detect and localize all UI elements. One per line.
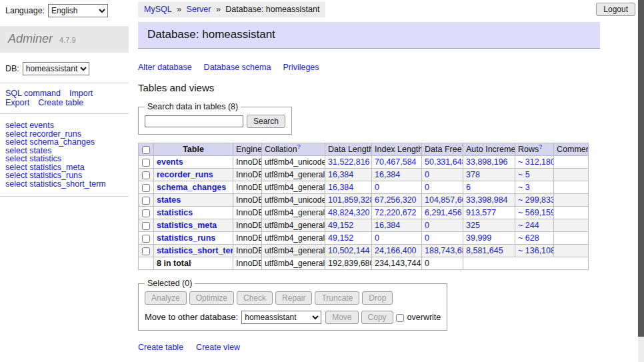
rows-count-cell[interactable]: ~ 312,180 [515, 156, 554, 169]
rows-count-cell[interactable]: ~ 3 [515, 181, 554, 194]
sidebar-select-events[interactable]: select events [5, 121, 123, 130]
check-button[interactable]: Check [237, 291, 273, 305]
rows-count-cell[interactable]: ~ 628 [515, 232, 554, 245]
column-help-link[interactable]: ? [297, 143, 301, 150]
data-length-cell[interactable]: 16,384 [325, 169, 372, 181]
data-free-cell[interactable]: 0 [422, 169, 463, 181]
row-checkbox[interactable] [142, 197, 150, 205]
sidebar-select-statistics_runs[interactable]: select statistics_runs [5, 171, 123, 180]
data-length-cell[interactable]: 16,384 [325, 181, 372, 194]
column-header-label: Data Length [328, 145, 372, 154]
data-length-cell[interactable]: 10,502,144 [325, 245, 372, 257]
search-input[interactable] [145, 115, 243, 127]
copy-button[interactable]: Copy [361, 311, 393, 324]
index-length-cell[interactable]: 70,467,584 [372, 156, 422, 169]
row-checkbox[interactable] [142, 235, 150, 243]
data-length-cell[interactable]: 49,152 [325, 219, 372, 232]
table-link-recorder_runs[interactable]: recorder_runs [157, 170, 213, 179]
rows-count-cell[interactable]: ~ 244 [515, 219, 554, 232]
row-checkbox[interactable] [142, 159, 150, 167]
action-privileges[interactable]: Privileges [283, 63, 319, 72]
db-row: DB:homeassistant [0, 53, 129, 83]
data-free-cell[interactable]: 6,291,456 [422, 207, 463, 219]
auto-increment-cell[interactable]: 325 [463, 219, 515, 232]
sidebar-link-import[interactable]: Import [69, 89, 93, 99]
sidebar-select-statistics_short_term[interactable]: select statistics_short_term [5, 180, 123, 189]
table-link-states[interactable]: states [157, 195, 181, 205]
data-free-cell[interactable]: 188,743,680 [422, 245, 463, 257]
index-length-cell[interactable]: 0 [372, 181, 422, 194]
sidebar-link-export[interactable]: Export [5, 99, 29, 108]
index-length-cell[interactable]: 16,384 [372, 219, 422, 232]
sidebar-link-create-table[interactable]: Create table [38, 99, 83, 108]
rows-count-cell[interactable]: ~ 136,108 [515, 245, 554, 257]
data-length-cell[interactable]: 48,824,320 [325, 207, 372, 219]
table-row: recorder_runsInnoDButf8mb4_general_ci16,… [139, 169, 589, 181]
move-button[interactable]: Move [325, 311, 358, 324]
table-link-events[interactable]: events [157, 157, 183, 167]
index-length-cell[interactable]: 16,384 [372, 169, 422, 181]
auto-increment-cell[interactable]: 6 [463, 181, 515, 194]
table-link-statistics_meta[interactable]: statistics_meta [157, 221, 217, 230]
row-checkbox[interactable] [142, 184, 150, 192]
breadcrumb-item[interactable]: Server [187, 5, 211, 14]
table-link-schema_changes[interactable]: schema_changes [157, 183, 226, 192]
breadcrumb: MySQL » Server » Database: homeassistant [138, 2, 325, 17]
comment-cell [554, 245, 589, 257]
table-link-statistics_short_term[interactable]: statistics_short_term [157, 246, 233, 255]
action-alter-database[interactable]: Alter database [138, 63, 192, 72]
sidebar-link-sql-command[interactable]: SQL command [5, 89, 61, 99]
row-checkbox[interactable] [142, 171, 150, 179]
index-length-cell[interactable]: 24,166,400 [372, 245, 422, 257]
create-view-link[interactable]: Create view [196, 343, 240, 352]
repair-button[interactable]: Repair [275, 291, 312, 305]
auto-increment-cell[interactable]: 8,581,645 [463, 245, 515, 257]
action-database-schema[interactable]: Database schema [204, 63, 271, 72]
analyze-button[interactable]: Analyze [145, 291, 187, 305]
auto-increment-cell[interactable]: 39,999 [463, 232, 515, 245]
db-select[interactable]: homeassistant [23, 62, 89, 75]
scrollbar[interactable] [638, 0, 644, 362]
table-link-statistics_runs[interactable]: statistics_runs [157, 233, 215, 243]
truncate-button[interactable]: Truncate [315, 291, 359, 305]
search-button[interactable]: Search [247, 115, 285, 128]
sidebar-select-statistics[interactable]: select statistics [5, 155, 123, 163]
row-checkbox[interactable] [142, 247, 150, 255]
table-link-statistics[interactable]: statistics [157, 208, 193, 217]
collation-cell: utf8mb4_general_ci [262, 219, 325, 232]
rows-count-cell[interactable]: ~ 299,833 [515, 194, 554, 207]
logout-button[interactable]: Logout [596, 3, 635, 16]
create-table-link[interactable]: Create table [138, 343, 183, 352]
scrollbar-thumb[interactable] [638, 0, 644, 337]
select-all-checkbox[interactable] [142, 146, 150, 154]
index-length-cell[interactable]: 67,256,320 [372, 194, 422, 207]
row-checkbox[interactable] [142, 222, 150, 230]
data-length-cell[interactable]: 31,522,816 [325, 156, 372, 169]
sidebar-select-schema_changes[interactable]: select schema_changes [5, 138, 123, 147]
overwrite-checkbox[interactable] [396, 314, 404, 322]
column-help-link[interactable]: ? [539, 143, 542, 150]
data-length-cell[interactable]: 101,859,328 [325, 194, 372, 207]
auto-increment-cell[interactable]: 33,898,196 [463, 156, 515, 169]
total-data-free-cell: 0 [422, 257, 463, 270]
data-free-cell[interactable]: 104,857,600 [422, 194, 463, 207]
data-length-cell[interactable]: 49,152 [325, 232, 372, 245]
index-length-cell[interactable]: 72,220,672 [372, 207, 422, 219]
rows-count-cell[interactable]: ~ 569,159 [515, 207, 554, 219]
data-free-cell[interactable]: 0 [422, 232, 463, 245]
rows-count-cell[interactable]: ~ 5 [515, 169, 554, 181]
page-title: Database: homeassistant [138, 22, 600, 49]
language-select[interactable]: English [48, 4, 108, 17]
index-length-cell[interactable]: 0 [372, 232, 422, 245]
auto-increment-cell[interactable]: 913,577 [463, 207, 515, 219]
row-checkbox[interactable] [142, 209, 150, 217]
breadcrumb-item[interactable]: MySQL [144, 5, 172, 14]
optimize-button[interactable]: Optimize [189, 291, 234, 305]
data-free-cell[interactable]: 0 [422, 181, 463, 194]
auto-increment-cell[interactable]: 378 [463, 169, 515, 181]
drop-button[interactable]: Drop [362, 291, 393, 305]
data-free-cell[interactable]: 50,331,648 [422, 156, 463, 169]
auto-increment-cell[interactable]: 33,398,984 [463, 194, 515, 207]
move-db-select[interactable]: homeassistant [241, 311, 321, 324]
data-free-cell[interactable]: 0 [422, 219, 463, 232]
